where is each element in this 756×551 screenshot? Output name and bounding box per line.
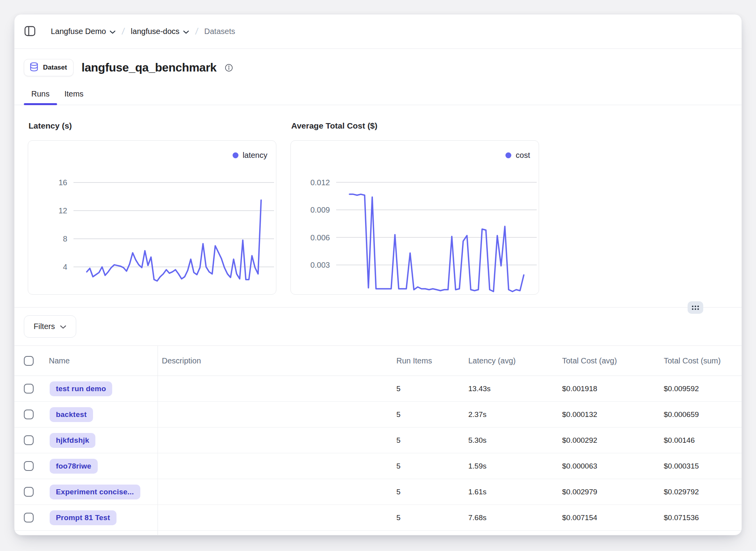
latency-avg-cell: 5.30s [468,436,562,445]
run-items-cell: 5 [387,462,468,470]
run-items-cell: 5 [387,410,468,419]
table-row: Prompt 81 Test 5 7.68s $0.007154 $0.0715… [14,505,742,531]
grip-dots-icon [692,306,699,310]
run-items-cell: 5 [387,436,468,445]
cost-chart-title: Average Total Cost ($) [291,121,539,131]
breadcrumb-separator: / [195,26,199,37]
latency-chart-group: Latency (s) 481216 latency [28,121,276,295]
row-checkbox[interactable] [24,487,34,497]
breadcrumb-datasets[interactable]: Datasets [204,27,235,36]
run-name-pill[interactable]: Prompt 81 Test [50,510,116,525]
table-header: Name Description Run Items Latency (avg)… [14,346,742,376]
row-checkbox[interactable] [24,435,34,445]
latency-avg-cell: 2.37s [468,410,562,419]
topbar: Langfuse Demo / langfuse-docs / Datasets [14,14,742,49]
legend-dot [233,152,238,158]
chevron-down-icon [60,322,66,331]
column-header-name: Name [49,346,158,376]
latency-legend[interactable]: latency [233,151,267,160]
total-cost-avg-cell: $0.002979 [562,488,664,496]
filters-row: Filters [14,308,742,345]
filters-button[interactable]: Filters [24,315,76,338]
latency-avg-cell: 13.43s [468,385,562,393]
total-cost-avg-cell: $0.001918 [562,385,664,393]
latency-avg-cell: 1.61s [468,488,562,496]
run-items-cell: 5 [387,513,468,522]
table-row: hjkfdshjk 5 5.30s $0.000292 $0.00146 [14,428,742,453]
row-checkbox[interactable] [24,513,34,522]
svg-text:0.012: 0.012 [310,178,330,187]
cost-chart-canvas: 0.0030.0060.0090.012 [291,141,539,294]
table-body: test run demo 5 13.43s $0.001918 $0.0095… [14,376,742,535]
total-cost-sum-cell: $0.071536 [664,513,742,522]
column-header-run-items: Run Items [387,356,468,365]
legend-dot [505,152,511,158]
run-name-pill[interactable]: backtest [50,407,93,422]
sidebar-toggle-button[interactable] [24,25,36,38]
svg-text:12: 12 [59,206,67,215]
cost-legend[interactable]: cost [505,151,530,160]
total-cost-sum-cell: $0.009592 [664,385,742,393]
title-section: Dataset langfuse_qa_benchmark [14,49,742,83]
section-divider [14,307,742,308]
svg-text:0.009: 0.009 [310,206,330,214]
svg-text:8: 8 [63,234,67,243]
page-title: langfuse_qa_benchmark [81,61,217,74]
breadcrumb-environment[interactable]: langfuse-docs [131,27,190,36]
latency-chart: 481216 latency [28,140,276,295]
row-checkbox[interactable] [24,461,34,471]
latency-avg-cell: 1.59s [468,462,562,470]
total-cost-sum-cell: $0.000315 [664,462,742,470]
svg-text:0.003: 0.003 [310,261,330,269]
total-cost-avg-cell: $0.000063 [562,462,664,470]
runs-table: Name Description Run Items Latency (avg)… [14,345,742,535]
cost-chart: 0.0030.0060.0090.012 cost [290,140,539,295]
tab-bar: Runs Items [14,83,742,105]
svg-text:0.006: 0.006 [310,233,330,242]
app-window: Langfuse Demo / langfuse-docs / Datasets [14,14,742,535]
info-icon[interactable] [224,63,233,72]
table-row: test run demo 5 13.43s $0.001918 $0.0095… [14,376,742,402]
svg-text:4: 4 [63,263,67,271]
total-cost-avg-cell: $0.007154 [562,513,664,522]
legend-label: cost [516,151,530,160]
column-header-description: Description [158,356,387,365]
run-items-cell: 5 [387,488,468,496]
table-row: foo78riwe 5 1.59s $0.000063 $0.000315 [14,453,742,479]
row-checkbox[interactable] [24,384,34,394]
run-items-cell: 5 [387,385,468,393]
total-cost-sum-cell: $0.000659 [664,410,742,419]
column-header-total-cost-sum: Total Cost (sum) [664,356,742,365]
breadcrumb: Langfuse Demo / langfuse-docs / Datasets [51,26,235,37]
chevron-down-icon [109,27,116,36]
cost-chart-group: Average Total Cost ($) 0.0030.0060.0090.… [290,121,539,295]
chevron-down-icon [183,27,189,36]
run-name-pill[interactable]: Experiment concise... [50,485,140,499]
table-row: Experiment concise... 5 1.61s $0.002979 … [14,479,742,505]
legend-label: latency [243,151,267,160]
table-row [14,531,742,535]
run-name-pill[interactable]: test run demo [50,381,112,396]
latency-avg-cell: 7.68s [468,513,562,522]
breadcrumb-project[interactable]: Langfuse Demo [51,27,116,36]
dataset-badge: Dataset [24,59,73,76]
tab-items[interactable]: Items [57,83,91,105]
column-header-total-cost-avg: Total Cost (avg) [562,356,664,365]
tab-runs[interactable]: Runs [24,83,57,105]
total-cost-sum-cell: $0.00146 [664,436,742,445]
latency-chart-title: Latency (s) [29,121,276,131]
sidebar-panel-icon [24,25,36,38]
select-all-checkbox[interactable] [24,356,34,366]
run-name-pill[interactable]: foo78riwe [50,459,98,474]
svg-text:16: 16 [59,178,67,187]
resize-drag-handle[interactable] [688,301,703,314]
total-cost-sum-cell: $0.029792 [664,488,742,496]
table-row: backtest 5 2.37s $0.000132 $0.000659 [14,402,742,428]
total-cost-avg-cell: $0.000132 [562,410,664,419]
database-icon [29,62,39,74]
run-name-pill[interactable]: hjkfdshjk [50,433,95,448]
row-checkbox[interactable] [24,410,34,419]
total-cost-avg-cell: $0.000292 [562,436,664,445]
breadcrumb-separator: / [121,26,125,37]
latency-chart-canvas: 481216 [28,141,276,294]
